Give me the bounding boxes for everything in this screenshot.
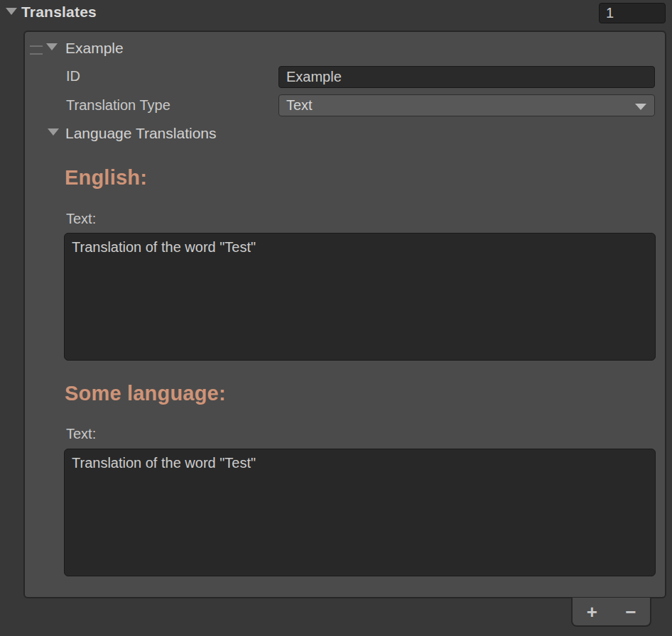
translation-type-value: Text xyxy=(286,97,313,113)
list-footer: + − xyxy=(571,598,651,627)
element-name-label[interactable]: Example xyxy=(65,40,124,57)
id-input[interactable] xyxy=(278,66,655,88)
chevron-down-icon xyxy=(635,104,646,110)
inspector-panel: Translates 1 Example ID Translation Type… xyxy=(0,0,672,636)
translates-title[interactable]: Translates xyxy=(21,4,97,21)
section-heading-english: English: xyxy=(65,166,147,190)
language-translations-label[interactable]: Language Translations xyxy=(65,125,217,142)
text-label: Text: xyxy=(66,426,96,442)
language-translations-foldout-icon[interactable] xyxy=(48,128,59,136)
array-size-field[interactable]: 1 xyxy=(599,3,666,23)
id-label: ID xyxy=(66,68,80,84)
translation-type-label: Translation Type xyxy=(66,97,170,114)
drag-handle-icon[interactable] xyxy=(30,45,43,55)
translation-textarea-some-language[interactable]: Translation of the word "Test" xyxy=(64,449,656,576)
section-heading-some-language: Some language: xyxy=(65,382,226,405)
translates-foldout-icon[interactable] xyxy=(6,8,17,15)
remove-element-button[interactable]: − xyxy=(615,600,646,624)
element-foldout-icon[interactable] xyxy=(46,43,58,50)
add-element-button[interactable]: + xyxy=(576,600,607,624)
translation-textarea-english[interactable]: Translation of the word "Test" xyxy=(64,233,656,361)
text-label: Text: xyxy=(66,211,96,227)
translation-type-dropdown[interactable]: Text xyxy=(278,94,655,116)
